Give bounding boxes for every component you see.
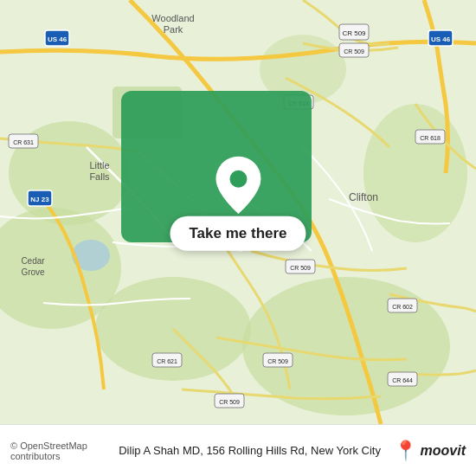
svg-text:CR 509: CR 509 (219, 399, 240, 405)
moovit-logo: 📍 moovit (394, 440, 466, 462)
svg-text:US 46: US 46 (431, 35, 451, 43)
svg-point-47 (229, 170, 247, 188)
location-info: Dilip A Shah MD, 156 Rolling Hills Rd, N… (106, 444, 394, 457)
svg-point-5 (363, 104, 467, 242)
svg-text:Park: Park (164, 24, 183, 35)
map-container: US 46 US 46 CR 509 CR 509 CR 631 CR 614 … (0, 0, 476, 424)
svg-text:CR 631: CR 631 (13, 139, 34, 145)
svg-text:CR 618: CR 618 (420, 135, 441, 141)
svg-text:Cedar: Cedar (21, 256, 45, 266)
svg-text:CR 509: CR 509 (344, 48, 364, 55)
svg-text:Little: Little (89, 160, 109, 170)
svg-text:CR 509: CR 509 (267, 358, 288, 364)
svg-text:Woodland: Woodland (151, 13, 194, 23)
copyright-text: © OpenStreetMap contributors (10, 441, 106, 461)
location-pin-icon (212, 154, 264, 216)
bottom-bar: © OpenStreetMap contributors Dilip A Sha… (0, 424, 476, 476)
svg-text:Falls: Falls (89, 171, 110, 182)
svg-text:CR 602: CR 602 (392, 304, 413, 310)
svg-text:CR 621: CR 621 (157, 358, 177, 364)
take-me-there-button[interactable]: Take me there (170, 216, 306, 251)
moovit-pin-icon: 📍 (394, 440, 417, 462)
take-me-there-overlay[interactable]: Take me there (170, 154, 306, 251)
svg-text:US 46: US 46 (48, 35, 68, 43)
moovit-brand-text: moovit (421, 443, 466, 459)
svg-text:Grove: Grove (21, 267, 45, 277)
svg-text:CR 509: CR 509 (342, 29, 366, 37)
svg-text:NJ 23: NJ 23 (30, 196, 49, 203)
svg-text:Clifton: Clifton (349, 191, 378, 203)
svg-text:CR 509: CR 509 (290, 265, 311, 271)
svg-text:CR 644: CR 644 (392, 377, 413, 383)
